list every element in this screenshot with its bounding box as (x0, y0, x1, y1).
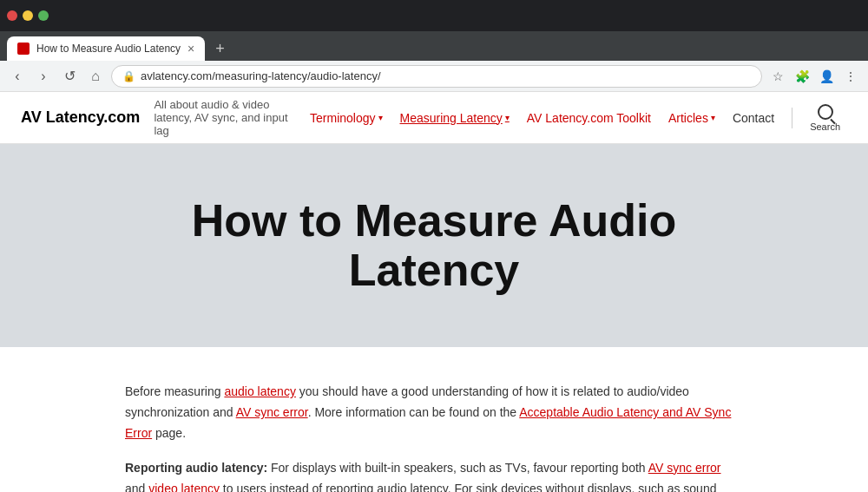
window-controls (7, 10, 49, 21)
address-bar-row: ‹ › ↺ ⌂ 🔒 avlatency.com/measuring-latenc… (0, 61, 868, 92)
search-icon (818, 104, 833, 120)
site-logo[interactable]: AV Latency.com (21, 108, 140, 127)
address-bar[interactable]: 🔒 avlatency.com/measuring-latency/audio-… (111, 65, 762, 88)
nav-separator (792, 108, 792, 128)
tab-favicon (17, 43, 30, 55)
tab-title: How to Measure Audio Latency (36, 43, 181, 55)
measuring-latency-chevron: ▾ (505, 113, 510, 122)
tab-bar: How to Measure Audio Latency × + (0, 31, 868, 61)
back-button[interactable]: ‹ (7, 66, 28, 87)
intro-before: Before measuring (125, 384, 224, 398)
hero-title: How to Measure Audio Latency (130, 196, 738, 295)
lock-icon: 🔒 (122, 70, 135, 82)
intro-mid2: . More information can be found on the (308, 405, 520, 419)
url-text: avlatency.com/measuring-latency/audio-la… (141, 69, 751, 82)
maximize-dot[interactable] (38, 10, 49, 21)
terminology-chevron: ▾ (378, 113, 383, 122)
reporting-label: Reporting audio latency: (125, 461, 267, 475)
intro-end: page. (152, 426, 186, 440)
new-tab-button[interactable]: + (208, 36, 232, 61)
av-sync-error-link[interactable]: AV sync error (236, 405, 308, 419)
reporting-paragraph: Reporting audio latency: For displays wi… (125, 458, 743, 492)
nav-contact[interactable]: Contact (726, 108, 781, 128)
profile-button[interactable]: 👤 (816, 66, 837, 87)
bookmark-button[interactable]: ☆ (767, 66, 788, 87)
reporting-text1: For displays with built-in speakers, suc… (267, 461, 648, 475)
browser-actions: ☆ 🧩 👤 ⋮ (767, 66, 861, 87)
home-button[interactable]: ⌂ (85, 66, 106, 87)
forward-button[interactable]: › (33, 66, 54, 87)
minimize-dot[interactable] (23, 10, 33, 21)
intro-paragraph: Before measuring audio latency you shoul… (125, 382, 743, 443)
nav-terminology[interactable]: Terminology ▾ (303, 108, 389, 128)
articles-chevron: ▾ (711, 113, 715, 122)
site-tagline: All about audio & video latency, AV sync… (154, 98, 303, 137)
site-nav: Terminology ▾ Measuring Latency ▾ AV Lat… (303, 101, 847, 135)
reload-button[interactable]: ↺ (59, 66, 80, 87)
hero-section: How to Measure Audio Latency (0, 144, 868, 347)
active-tab[interactable]: How to Measure Audio Latency × (7, 36, 205, 61)
browser-title-bar (0, 0, 868, 31)
reporting-video-latency-link[interactable]: video latency (148, 482, 220, 492)
site-header: AV Latency.com All about audio & video l… (0, 92, 868, 144)
reporting-av-sync-link[interactable]: AV sync error (648, 461, 721, 475)
reporting-mid1: and (125, 482, 148, 492)
menu-button[interactable]: ⋮ (840, 66, 861, 87)
nav-articles[interactable]: Articles ▾ (661, 108, 722, 128)
audio-latency-link[interactable]: audio latency (224, 384, 296, 398)
extensions-button[interactable]: 🧩 (792, 66, 812, 87)
close-dot[interactable] (7, 10, 17, 21)
nav-toolkit[interactable]: AV Latency.com Toolkit (520, 108, 658, 128)
nav-measuring-latency[interactable]: Measuring Latency ▾ (393, 108, 516, 128)
tab-close-button[interactable]: × (187, 42, 194, 56)
main-content: Before measuring audio latency you shoul… (104, 347, 764, 492)
search-button[interactable]: Search (803, 101, 847, 135)
